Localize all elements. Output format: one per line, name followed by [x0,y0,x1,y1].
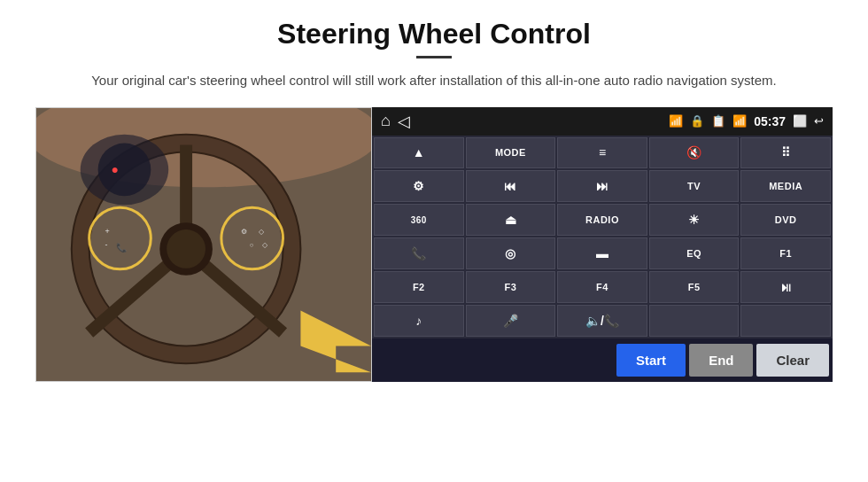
svg-text:⚙: ⚙ [241,228,247,236]
btn-f3[interactable]: F3 [466,271,556,303]
steering-wheel-svg: + - 📞 ⚙ ◇ ○ ◇ ● [36,107,371,382]
btn-mic[interactable]: 🎤 [466,305,556,337]
start-button[interactable]: Start [616,344,686,377]
svg-text:●: ● [112,162,119,176]
steering-bg: + - 📞 ⚙ ◇ ○ ◇ ● [36,108,371,381]
btn-media[interactable]: MEDIA [740,170,831,202]
btn-tv[interactable]: TV [649,170,740,202]
panel-topbar: ⌂ ◁ 📶 🔒 📋 📶 05:37 ⬜ ↩ [372,107,833,136]
sim-icon: 📋 [711,114,725,128]
page-title: Steering Wheel Control [277,18,591,51]
bt-icon: 📶 [732,114,747,128]
btn-f4[interactable]: F4 [557,271,647,303]
control-panel: ⌂ ◁ 📶 🔒 📋 📶 05:37 ⬜ ↩ ▲ MODE ≡ [372,107,833,382]
btn-mute[interactable]: 🔇 [649,137,740,169]
btn-eq[interactable]: EQ [649,237,740,269]
svg-point-20 [98,143,151,196]
nav-icon: ◁ [398,112,410,131]
end-button[interactable]: End [689,344,753,377]
bottom-action-bar: Start End Clear [372,338,833,382]
btn-next[interactable]: ⏭ [557,170,647,202]
svg-point-8 [167,229,205,268]
btn-empty1 [649,305,740,337]
btn-dvd[interactable]: DVD [740,204,831,236]
btn-mode[interactable]: MODE [466,137,556,169]
lock-icon: 🔒 [690,114,704,128]
panel-time: 05:37 [754,114,786,128]
btn-settings[interactable]: ⚙ [374,170,464,202]
btn-list[interactable]: ≡ [557,137,647,169]
home-icon: ⌂ [381,112,391,130]
steering-wheel-image: + - 📞 ⚙ ◇ ○ ◇ ● [35,107,372,382]
content-row: + - 📞 ⚙ ◇ ○ ◇ ● [35,107,833,382]
btn-phone[interactable]: 📞 [374,237,464,269]
btn-screen[interactable]: ▬ [557,237,647,269]
svg-text:◇: ◇ [262,240,268,248]
btn-volume[interactable]: 🔈/📞 [557,305,647,337]
btn-gps[interactable]: ◎ [466,237,556,269]
btn-eject[interactable]: ⏏ [466,204,556,236]
btn-f2[interactable]: F2 [374,271,464,303]
svg-text:📞: 📞 [116,241,128,253]
btn-radio[interactable]: RADIO [557,204,647,236]
btn-home[interactable]: ▲ [374,137,464,169]
btn-f1[interactable]: F1 [740,237,831,269]
wifi-icon: 📶 [669,114,683,128]
topbar-right: 📶 🔒 📋 📶 05:37 ⬜ ↩ [669,114,824,128]
btn-music[interactable]: ♪ [374,305,464,337]
svg-text:+: + [105,227,110,236]
title-divider [416,56,452,58]
clear-button[interactable]: Clear [756,344,829,377]
screen-icon: ⬜ [793,114,807,128]
page-container: Steering Wheel Control Your original car… [0,0,868,482]
topbar-left: ⌂ ◁ [381,112,410,131]
svg-text:○: ○ [250,240,254,248]
btn-apps[interactable]: ⠿ [740,137,831,169]
btn-360[interactable]: 360 [374,204,464,236]
btn-prev[interactable]: ⏮ [466,170,556,202]
svg-text:◇: ◇ [259,228,265,236]
btn-playpause[interactable]: ⏯ [740,271,831,303]
page-subtitle: Your original car's steering wheel contr… [91,71,777,91]
back-icon: ↩ [814,114,824,128]
svg-text:-: - [105,239,108,248]
btn-empty2 [740,305,831,337]
button-grid: ▲ MODE ≡ 🔇 ⠿ ⚙ ⏮ ⏭ TV MEDIA 360 ⏏ RADIO … [372,136,833,338]
btn-f5[interactable]: F5 [649,271,740,303]
btn-brightness[interactable]: ☀ [649,204,740,236]
